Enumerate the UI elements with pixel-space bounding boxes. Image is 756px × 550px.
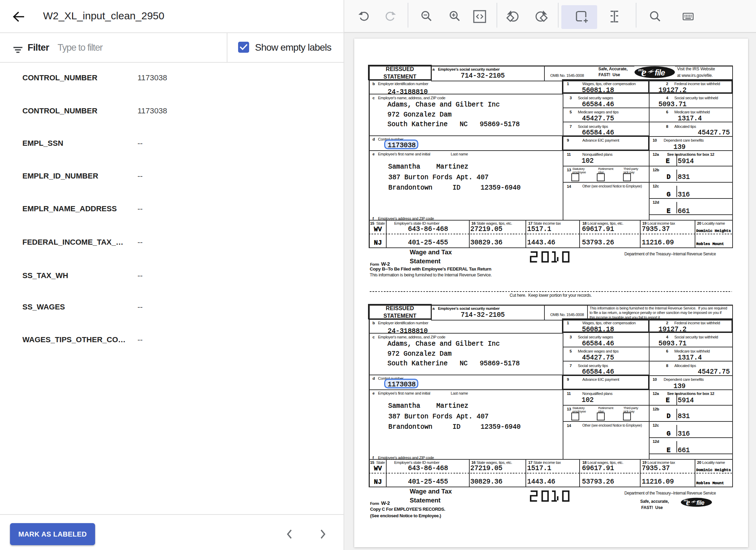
svg-text:e: e [686,498,690,507]
svg-text:file: file [696,499,704,506]
svg-text:e: e [641,66,646,78]
svg-text:file: file [655,68,665,77]
